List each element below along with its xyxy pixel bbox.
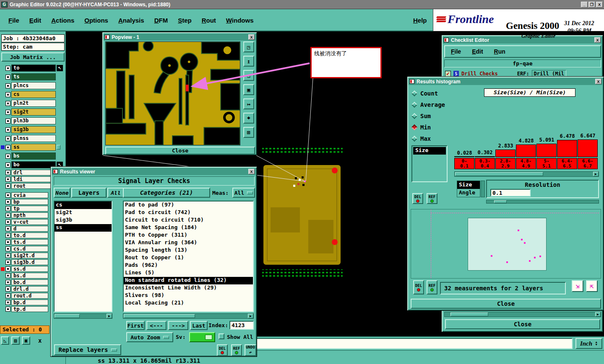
menu-analysis[interactable]: Analysis [118,17,144,24]
rv-layer-sig2t[interactable]: sig2t [55,209,112,217]
pan-to-measurement-button[interactable]: ⇱ [586,280,598,292]
measurement-scatter-plot[interactable] [411,209,601,279]
layer-visibility-checkbox[interactable] [5,266,10,271]
layer-visibility-checkbox[interactable] [5,101,10,106]
menu-run[interactable]: Run [494,48,505,55]
layer-visibility-checkbox[interactable] [5,170,10,175]
layer-row-ts[interactable]: ts [0,72,65,81]
rv-layer-ss[interactable]: ss [55,224,112,232]
layer-row-to[interactable]: to↖ [0,64,65,72]
rv-category-item[interactable]: VIA Annular ring (364) [124,239,253,247]
rv-category-item[interactable]: Spacing length (13) [124,247,253,254]
layer-visibility-checkbox[interactable] [5,119,10,124]
menu-step[interactable]: Step [178,17,192,24]
histogram-titlebar[interactable]: Results histogram X [409,78,602,85]
stat-max[interactable]: Max [412,133,445,144]
menu-rout[interactable]: Rout [202,17,216,24]
rv-category-item[interactable]: Inconsistent Line Width (29) [124,284,253,292]
layer-visibility-checkbox[interactable] [5,233,10,238]
popview-close-button[interactable]: Close [105,147,255,155]
menu-file[interactable]: File [451,48,461,55]
maximize-button[interactable]: ❐ [588,2,595,8]
checklist-close-icon[interactable]: X [594,37,601,43]
first-button[interactable]: First [126,321,145,330]
results-viewer-titlebar[interactable]: Results viewer X [52,168,255,175]
hist-del2-button[interactable]: DEL [413,280,424,294]
popview-fit-view-icon[interactable]: ⊞ [243,127,254,138]
rv-category-item[interactable]: Lines (5) [124,269,253,277]
filter-layers-button[interactable]: Layers [71,188,107,198]
scroll-right-icon[interactable]: ▶ [593,172,599,176]
rv-category-item[interactable]: Pad to circuit (742) [124,209,253,217]
menu-actions[interactable]: Actions [51,17,74,24]
layer-row-plncs[interactable]: plncs [0,81,65,90]
layer-row-cs[interactable]: cs [0,90,65,99]
menu-options[interactable]: Options [84,17,108,24]
histogram-scrollbar[interactable]: ▶ [454,171,599,177]
menu-edit[interactable]: Edit [472,48,483,55]
auto-zoom-button[interactable]: Auto Zoom [126,332,173,342]
sidebar-tool-frame-icon[interactable]: ▣ [22,336,30,345]
layer-row-plnss[interactable]: plnss [0,134,65,143]
meas-dropdown[interactable]: All [232,188,255,198]
window-titlebar[interactable]: G Graphic Editor 9.02c2 (00@HY-HYCAM-PC0… [0,0,604,9]
layer-visibility-checkbox[interactable] [5,154,10,159]
rv-layer-sig3b[interactable]: sig3b [55,217,112,224]
layer-visibility-checkbox[interactable] [5,110,10,115]
job-matrix-button[interactable]: Job Matrix ... [1,52,65,62]
menu-file[interactable]: File [8,17,19,24]
popview-zoom-box-icon[interactable]: ▣ [243,84,254,95]
checklist-close-button[interactable]: Close [445,319,600,329]
layer-visibility-checkbox[interactable] [5,307,10,312]
results-viewer-close-icon[interactable]: X [248,169,255,174]
undo-button[interactable]: UNDO↶ [245,344,256,356]
last-button[interactable]: Last [190,321,208,330]
replace-layers-button[interactable]: Replace layers [54,344,121,355]
menu-help[interactable]: Help [413,17,427,24]
close-button[interactable]: X [596,2,603,8]
popview-center-icon[interactable]: ⌖ [243,113,254,124]
stat-sum[interactable]: Sum [412,110,445,121]
layer-visibility-checkbox[interactable] [5,219,10,225]
stat-average[interactable]: Average [412,99,445,110]
layer-visibility-checkbox[interactable] [5,240,10,245]
layer-visibility-checkbox[interactable] [5,183,10,188]
popview-new-window-icon[interactable]: ◳ [243,41,254,52]
rv-category-list[interactable]: Pad to pad (97)Pad to circuit (742)Circu… [123,201,254,312]
rv-category-item[interactable]: Rout to Copper (1) [124,254,253,262]
sv-indicator-button[interactable] [189,332,215,342]
rv-layer-cs[interactable]: cs [55,201,112,209]
layer-row-pln2t[interactable]: pln2t [0,99,65,108]
layer-visibility-checkbox[interactable] [5,246,10,251]
layer-visibility-checkbox[interactable] [5,127,10,132]
menu-edit[interactable]: Edit [29,17,41,24]
popview-overlay-icon[interactable]: ❏ [243,70,254,81]
del-button[interactable]: DEL [217,344,228,356]
hist-ref-button[interactable]: REF [427,193,437,204]
popview-viewport[interactable] [105,41,240,145]
layer-visibility-checkbox[interactable] [5,253,10,258]
layer-visibility-checkbox[interactable] [5,293,10,298]
layer-row-sig3b[interactable]: sig3b [0,125,65,134]
scroll-right-icon[interactable]: ▶ [248,314,253,318]
hist-size-item[interactable]: Size [413,147,446,155]
rv-category-scrollbar[interactable]: ▶ [123,313,254,319]
rv-category-item[interactable]: Slivers (98) [124,292,253,299]
layer-visibility-checkbox[interactable] [5,273,10,278]
prev-button[interactable]: <--- [146,321,167,330]
popview-titlebar[interactable]: Popview - 1 X [104,34,255,41]
sidebar-tool-measure-icon[interactable]: ◺ [1,336,9,345]
scroll-right-icon[interactable]: ▶ [595,312,601,317]
layer-visibility-checkbox[interactable] [5,287,10,292]
rv-layer-list[interactable]: cssig2tsig3bss [54,201,112,312]
layer-row-pln3b[interactable]: pln3b [0,116,65,125]
index-input[interactable] [229,321,254,330]
resolution-input[interactable] [490,189,531,196]
menu-dfm[interactable]: DFM [154,17,168,24]
angle-mode-item[interactable]: Angle [457,189,480,197]
popview-move-up-icon[interactable]: ↥ [243,56,254,67]
rv-category-item[interactable]: Pad to pad (97) [124,201,253,209]
rv-category-item[interactable]: Local Spacing (21) [124,299,253,307]
rv-category-item[interactable]: Non standard rotated lines (32) [124,277,253,284]
hist-del-button[interactable]: DEL [412,193,423,204]
